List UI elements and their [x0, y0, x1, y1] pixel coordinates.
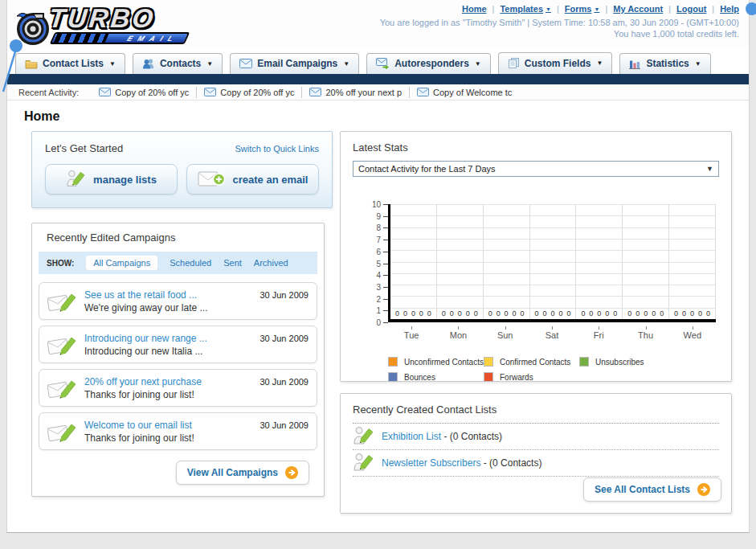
envelope-icon — [239, 59, 252, 68]
tab-label: Statistics — [646, 58, 689, 69]
tab-custom-fields[interactable]: Custom Fields ▼ — [498, 52, 613, 74]
tab-autoresponders[interactable]: Autoresponders ▼ — [366, 53, 491, 74]
tab-statistics[interactable]: Statistics ▼ — [619, 53, 710, 74]
bar-chart-icon — [629, 59, 641, 69]
campaign-date: 30 Jun 2009 — [259, 334, 309, 343]
campaign-list: See us at the retail food ... We're givi… — [39, 282, 317, 450]
top-nav-link[interactable]: Logout ▼ — [676, 4, 706, 14]
chevron-down-icon: ▼ — [343, 60, 349, 68]
divider-bar — [7, 74, 749, 84]
top-nav-link[interactable]: Forms ▼ — [565, 4, 600, 14]
get-started-title: Let's Get Started — [45, 142, 123, 154]
top-nav-link[interactable]: Home ▼ — [462, 4, 487, 14]
tab-contacts[interactable]: Contacts ▼ — [133, 53, 223, 74]
campaign-title-link[interactable]: Welcome to our email list — [84, 420, 251, 431]
legend-item: Unsubscribes — [579, 357, 719, 367]
chart-y-axis: 109876543210 — [353, 204, 388, 322]
campaign-title-link[interactable]: 20% off your next purchase — [84, 376, 251, 387]
login-status-text: You are logged in as "Timothy Smith" | S… — [380, 18, 739, 27]
stats-period-select[interactable]: Contact Activity for the Last 7 Days ▼ — [353, 161, 719, 177]
turbo-email-logo: TURBO EMAIL — [15, 3, 196, 47]
contact-lists: Exhibition List - (0 Contacts) Newslette… — [353, 424, 719, 477]
contact-list-link[interactable]: Exhibition List — [382, 431, 441, 442]
envelope-plus-icon — [198, 170, 225, 188]
campaign-card-text: Welcome to our email list Thanks for joi… — [84, 420, 251, 444]
person-pencil-icon — [66, 170, 85, 189]
tab-contact-lists[interactable]: Contact Lists ▼ — [15, 53, 125, 74]
logo-stripes — [54, 34, 109, 43]
legend-label: Forwards — [500, 373, 533, 382]
credits-text: You have 1,000 total credits left. — [380, 29, 739, 39]
contact-list-item[interactable]: Newsletter Subscribers - (0 Contacts) — [353, 450, 719, 477]
folder-icon — [25, 59, 38, 69]
campaign-card-text: See us at the retail food ... We're givi… — [84, 289, 251, 313]
top-nav-link[interactable]: Templates ▼ — [500, 4, 551, 14]
view-all-campaigns-button[interactable]: View All Campaigns — [176, 461, 309, 485]
envelope-pencil-icon — [47, 377, 76, 399]
arrow-right-icon — [697, 483, 710, 496]
campaign-subtitle: Thanks for joining our list! — [84, 389, 251, 400]
campaign-card[interactable]: Introducing our new range ... Introducin… — [39, 326, 317, 363]
tab-label: Contact Lists — [43, 58, 104, 69]
recent-activity-item[interactable]: Copy of 20% off yc — [196, 87, 301, 98]
legend-item: Confirmed Contacts — [484, 357, 579, 367]
manage-lists-button[interactable]: manage lists — [45, 164, 178, 195]
chevron-down-icon: ▼ — [706, 165, 713, 173]
legend-swatch — [484, 372, 493, 382]
campaign-title-link[interactable]: See us at the retail food ... — [84, 289, 251, 301]
campaign-title-link[interactable]: Introducing our new range ... — [84, 333, 251, 344]
contact-list-count: - (0 Contacts) — [441, 431, 502, 442]
contact-list-item[interactable]: Exhibition List - (0 Contacts) — [353, 424, 719, 450]
tab-email-campaigns[interactable]: Email Campaigns ▼ — [230, 53, 359, 74]
top-nav-link[interactable]: My Account ▼ — [613, 4, 663, 14]
legend-item: Forwards — [484, 372, 579, 382]
top-nav-link-label: Logout — [676, 4, 706, 14]
chart-legend: Unconfirmed Contacts Confirmed Contacts … — [388, 357, 719, 382]
campaign-card[interactable]: Welcome to our email list Thanks for joi… — [39, 412, 317, 450]
campaign-date: 30 Jun 2009 — [259, 290, 309, 300]
header-right: Home ▼ Templates ▼ Forms — [380, 4, 739, 39]
logo-word-turbo: TURBO — [47, 3, 157, 34]
chevron-down-icon: ▼ — [109, 60, 116, 68]
annotation-pin — [10, 39, 22, 52]
envelope-pencil-icon — [47, 420, 76, 443]
campaign-card[interactable]: See us at the retail food ... We're givi… — [39, 282, 317, 320]
contact-list-link[interactable]: Newsletter Subscribers — [382, 457, 480, 469]
create-email-button[interactable]: create an email — [186, 164, 319, 195]
envelope-icon — [309, 88, 321, 96]
campaign-filter[interactable]: Sent — [223, 258, 242, 268]
campaign-filter[interactable]: Archived — [254, 258, 288, 268]
tab-label: Custom Fields — [525, 58, 591, 69]
chevron-down-icon: ▼ — [546, 6, 551, 12]
contact-list-count: - (0 Contacts) — [480, 457, 541, 469]
chevron-down-icon: ▼ — [206, 60, 213, 68]
show-label: SHOW: — [47, 259, 74, 268]
recent-activity-item[interactable]: Copy of Welcome tc — [409, 87, 519, 98]
switch-quick-links-link[interactable]: Switch to Quick Links — [235, 144, 319, 154]
see-all-contact-lists-button[interactable]: See All Contact Lists — [583, 477, 721, 502]
chart-plot-area: 00000000000000000000000000000000000 — [388, 204, 716, 322]
recent-activity-items: Copy of 20% off yc Copy of 20% off yc 20… — [92, 84, 519, 100]
main-nav-tabs: Contact Lists ▼ Contacts ▼ Email Campaig… — [7, 50, 749, 74]
top-nav-item: My Account ▼ — [599, 4, 663, 14]
recent-activity-item[interactable]: 20% off your next p — [301, 87, 409, 98]
top-nav-link[interactable]: Help ▼ — [720, 4, 739, 14]
chart-groups: 00000000000000000000000000000000000 — [390, 204, 716, 319]
campaign-filter[interactable]: All Campaigns — [86, 256, 157, 270]
recent-activity-item[interactable]: Copy of 20% off yc — [92, 87, 196, 98]
contact-activity-chart: 109876543210 000000000000000000000000000… — [353, 196, 719, 346]
top-nav-link-label: Help — [720, 4, 739, 14]
top-nav-item: Home ▼ — [462, 4, 487, 14]
recent-activity-item-label: 20% off your next p — [325, 88, 402, 97]
latest-stats-panel: Latest Stats Contact Activity for the La… — [340, 131, 732, 382]
tab-label: Email Campaigns — [257, 58, 337, 69]
person-pencil-icon — [353, 426, 374, 447]
top-nav-link-label: My Account — [613, 4, 663, 14]
campaign-filter[interactable]: Scheduled — [170, 258, 211, 268]
legend-item: Bounces — [388, 372, 484, 382]
chevron-down-icon: ▼ — [475, 60, 481, 68]
top-nav-item: Help ▼ — [706, 4, 739, 14]
legend-swatch — [388, 357, 398, 367]
recent-activity-label: Recent Activity: — [18, 88, 79, 97]
campaign-card[interactable]: 20% off your next purchase Thanks for jo… — [39, 369, 317, 407]
